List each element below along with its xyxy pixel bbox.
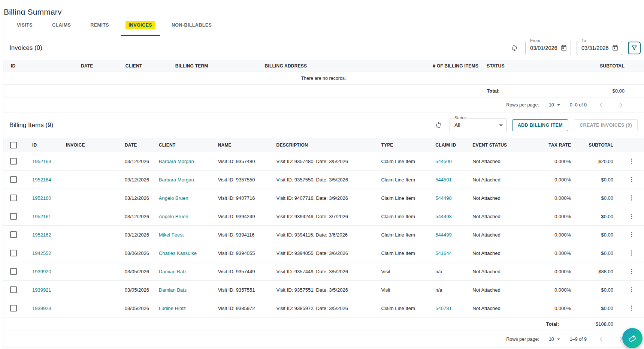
row-menu-button[interactable] xyxy=(628,157,635,165)
billing-items-head-actions: Status All ADD BILLING ITEM CREATE INVOI… xyxy=(433,118,638,132)
client-link[interactable]: Charles Kassulke xyxy=(159,250,197,256)
table-row: 1939923 03/05/2026 Lurline Hintz Visit I… xyxy=(3,299,644,318)
row-checkbox[interactable] xyxy=(10,305,17,312)
client-link[interactable]: Barbara Morgan xyxy=(159,159,194,164)
row-menu-button[interactable] xyxy=(628,176,635,183)
from-date-input[interactable]: From 03/01/2026 xyxy=(525,41,571,55)
claim-id-link[interactable]: 544498 xyxy=(435,195,451,201)
event-status-cell: Not Attached xyxy=(472,269,526,274)
select-all-checkbox[interactable] xyxy=(10,142,17,148)
tab-non-billables[interactable]: NON-BILLABLES xyxy=(164,15,220,36)
billing-items-body: 1952163 03/12/2026 Barbara Morgan Visit … xyxy=(3,152,644,318)
claim-id-cell: 541644 xyxy=(435,250,472,256)
client-link[interactable]: Lurline Hintz xyxy=(159,306,186,311)
name-cell: Visit ID: 9357550 xyxy=(218,177,276,183)
client-link[interactable]: Damian Batz xyxy=(159,287,187,293)
support-fab-button[interactable] xyxy=(622,328,643,348)
refresh-icon xyxy=(511,44,518,52)
billing-item-id-link[interactable]: 1952164 xyxy=(32,177,51,183)
claim-id-link[interactable]: 540781 xyxy=(435,306,451,311)
claim-id-link[interactable]: 544500 xyxy=(435,159,451,164)
row-menu-button[interactable] xyxy=(628,304,635,312)
to-date-input[interactable]: To 03/31/2026 xyxy=(577,41,622,55)
billing-summary-page: Billing Summary VISITS CLAIMS REMITS INV… xyxy=(0,0,644,349)
main-content: VISITS CLAIMS REMITS INVOICES NON-BILLAB… xyxy=(3,15,644,349)
add-billing-item-button[interactable]: ADD BILLING ITEM xyxy=(512,119,568,131)
next-page-button[interactable] xyxy=(616,100,626,110)
refresh-button[interactable] xyxy=(433,120,444,130)
client-cell: Barbara Morgan xyxy=(159,177,218,183)
filter-funnel-icon xyxy=(631,44,638,52)
client-link[interactable]: Angelo Bruen xyxy=(159,214,188,219)
to-date-value: 03/31/2026 xyxy=(581,45,609,51)
dropdown-caret-icon xyxy=(499,124,503,126)
row-checkbox[interactable] xyxy=(10,268,17,275)
client-link[interactable]: Mikel Feest xyxy=(159,232,184,238)
tab-invoices[interactable]: INVOICES xyxy=(121,15,160,36)
row-menu-button[interactable] xyxy=(628,249,635,257)
billing-item-id-link[interactable]: 1952160 xyxy=(32,195,51,201)
event-status-cell: Not Attached xyxy=(472,287,526,293)
calendar-icon[interactable] xyxy=(560,45,567,51)
row-select-cell xyxy=(3,305,32,312)
invoices-total-label: Total: xyxy=(487,88,542,94)
claim-id-link[interactable]: 544499 xyxy=(435,232,451,238)
billing-item-id-link[interactable]: 1952161 xyxy=(32,214,51,219)
create-invoices-button[interactable]: CREATE INVOICES (0) xyxy=(574,119,638,131)
tab-remits[interactable]: REMITS xyxy=(82,15,117,36)
rows-per-page-select[interactable]: 10 xyxy=(549,337,560,342)
claim-id-link[interactable]: 544501 xyxy=(435,177,451,183)
billing-item-id-link[interactable]: 1939923 xyxy=(32,306,51,311)
event-status-cell: Not Attached xyxy=(472,306,526,311)
rows-per-page-select[interactable]: 10 xyxy=(549,102,560,108)
row-menu-button[interactable] xyxy=(628,194,635,202)
row-checkbox[interactable] xyxy=(10,195,17,201)
chevron-right-icon xyxy=(617,101,625,109)
kebab-menu-icon xyxy=(628,268,635,275)
filter-button[interactable] xyxy=(628,42,641,54)
claim-id-link[interactable]: 541644 xyxy=(435,250,451,256)
client-cell: Damian Batz xyxy=(159,287,218,293)
kebab-menu-icon xyxy=(628,176,635,183)
client-link[interactable]: Angelo Bruen xyxy=(159,195,188,201)
status-filter-label: Status xyxy=(453,115,468,120)
billing-item-id-link[interactable]: 1952162 xyxy=(32,232,51,238)
row-checkbox[interactable] xyxy=(10,231,17,238)
row-checkbox[interactable] xyxy=(10,250,17,256)
calendar-icon[interactable] xyxy=(612,45,619,51)
kebab-menu-icon xyxy=(628,304,635,312)
tax-rate-cell: 0.000% xyxy=(526,232,574,238)
tab-visits[interactable]: VISITS xyxy=(9,15,40,36)
claim-id-link[interactable]: 544498 xyxy=(435,214,451,219)
row-menu-button[interactable] xyxy=(628,231,635,238)
subtotal-cell: $0.00 xyxy=(574,214,619,219)
row-menu-button[interactable] xyxy=(628,268,635,275)
client-cell: Angelo Bruen xyxy=(159,214,218,219)
row-select-cell xyxy=(3,158,32,165)
billing-item-id-link[interactable]: 1939921 xyxy=(32,287,51,293)
row-checkbox[interactable] xyxy=(10,213,17,220)
previous-page-button[interactable] xyxy=(596,100,606,110)
client-link[interactable]: Barbara Morgan xyxy=(159,177,194,183)
subtotal-cell: $0.00 xyxy=(574,287,619,293)
status-filter-select[interactable]: Status All xyxy=(450,118,507,132)
event-status-cell: Not Attached xyxy=(472,214,526,219)
previous-page-button[interactable] xyxy=(596,334,606,344)
dropdown-caret-icon xyxy=(557,339,560,340)
row-checkbox[interactable] xyxy=(10,176,17,183)
tab-claims[interactable]: CLAIMS xyxy=(44,15,79,36)
column-header-billing-items-count: # OF BILLING ITEMS xyxy=(433,63,487,69)
type-cell: Claim Line Item xyxy=(381,232,435,238)
billing-item-id-cell: 1952162 xyxy=(32,232,66,238)
billing-item-id-link[interactable]: 1939920 xyxy=(32,269,51,274)
select-all-cell xyxy=(3,142,32,148)
row-menu-button[interactable] xyxy=(628,286,635,294)
billing-item-id-link[interactable]: 1942552 xyxy=(32,250,51,256)
row-menu-button[interactable] xyxy=(628,213,635,220)
row-checkbox[interactable] xyxy=(10,286,17,293)
refresh-button[interactable] xyxy=(509,43,520,53)
billing-item-id-link[interactable]: 1952163 xyxy=(32,159,51,164)
client-link[interactable]: Damian Batz xyxy=(159,269,187,274)
column-header-event-status: EVENT STATUS xyxy=(472,142,526,148)
row-checkbox[interactable] xyxy=(10,158,17,165)
